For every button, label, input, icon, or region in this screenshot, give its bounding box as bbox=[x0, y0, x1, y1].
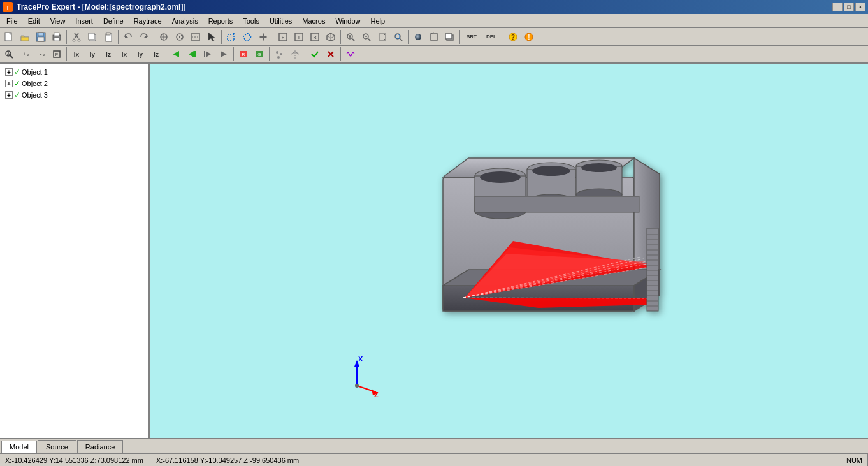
svg-text:F: F bbox=[282, 35, 285, 40]
expand-obj2[interactable]: + bbox=[5, 80, 13, 87]
tree-item-obj3[interactable]: + ✓ Object 3 bbox=[3, 89, 146, 101]
svg-text:z: z bbox=[43, 53, 45, 57]
maximize-button[interactable]: □ bbox=[844, 3, 854, 11]
zoom-fit-button[interactable] bbox=[375, 29, 390, 45]
expand-obj1[interactable]: + bbox=[5, 68, 13, 76]
svg-rect-59 bbox=[431, 34, 437, 40]
x-axis-btn[interactable]: Ix bbox=[69, 47, 84, 62]
app-icon: T bbox=[3, 2, 13, 12]
zoom-fit2-btn[interactable]: F bbox=[49, 47, 64, 62]
undo-button[interactable] bbox=[120, 29, 136, 45]
step-fwd-btn[interactable] bbox=[184, 47, 199, 62]
zoom-select-button[interactable] bbox=[391, 29, 406, 45]
reflect-btn[interactable] bbox=[287, 47, 303, 62]
tab-radiance[interactable]: Radiance bbox=[77, 440, 123, 453]
zoom-out-button[interactable] bbox=[359, 29, 374, 45]
viewport[interactable]: X Z bbox=[150, 64, 868, 438]
top-view-button[interactable]: T bbox=[291, 29, 307, 45]
menu-view[interactable]: View bbox=[45, 14, 71, 27]
svg-point-102 bbox=[480, 171, 521, 183]
svg-text:F: F bbox=[55, 52, 58, 57]
svg-point-110 bbox=[581, 163, 617, 172]
pan-tool[interactable] bbox=[256, 29, 271, 45]
svg-point-87 bbox=[276, 51, 278, 54]
menu-edit[interactable]: Edit bbox=[23, 14, 45, 27]
menu-raytrace[interactable]: Raytrace bbox=[129, 14, 167, 27]
view-tool2[interactable] bbox=[172, 29, 187, 45]
help2-button[interactable]: ! bbox=[521, 29, 537, 45]
svg-rect-79 bbox=[194, 51, 196, 57]
dpl-button[interactable]: DPL bbox=[482, 29, 501, 45]
menu-macros[interactable]: Macros bbox=[297, 14, 330, 27]
menu-define[interactable]: Define bbox=[98, 14, 129, 27]
x-neg-btn[interactable]: Ix bbox=[117, 47, 132, 62]
redo-button[interactable] bbox=[136, 29, 152, 45]
view-tool3[interactable] bbox=[188, 29, 203, 45]
window-controls[interactable]: _ □ × bbox=[832, 3, 865, 11]
front-view-button[interactable]: F bbox=[275, 29, 291, 45]
menu-help[interactable]: Help bbox=[366, 14, 391, 27]
menu-file[interactable]: File bbox=[1, 14, 23, 27]
step-back-btn[interactable] bbox=[200, 47, 215, 62]
help-button[interactable]: ? bbox=[505, 29, 521, 45]
srt-button[interactable]: SRT bbox=[462, 29, 481, 45]
z-neg-btn[interactable]: Iz bbox=[148, 47, 164, 62]
svg-rect-18 bbox=[106, 33, 110, 35]
tree-item-obj2[interactable]: + ✓ Object 2 bbox=[3, 78, 146, 89]
zoom-all-btn[interactable]: A bbox=[1, 47, 17, 62]
menu-reports[interactable]: Reports bbox=[203, 14, 238, 27]
svg-rect-122 bbox=[647, 228, 658, 311]
menu-tools[interactable]: Tools bbox=[238, 14, 264, 27]
box-select-tool[interactable] bbox=[224, 29, 239, 45]
print-button[interactable] bbox=[49, 29, 64, 45]
tab-source[interactable]: Source bbox=[38, 440, 76, 453]
y-neg-btn[interactable]: Iy bbox=[133, 47, 148, 62]
svg-marker-20 bbox=[144, 34, 147, 38]
iso-view-button[interactable] bbox=[323, 29, 338, 45]
shaded-button[interactable] bbox=[410, 29, 426, 45]
y-axis-btn[interactable]: Iy bbox=[85, 47, 100, 62]
zoom-in2-btn[interactable]: +z bbox=[17, 47, 33, 62]
ray-end-btn[interactable] bbox=[216, 47, 231, 62]
uncheck-btn[interactable] bbox=[323, 47, 338, 62]
expand-obj3[interactable]: + bbox=[5, 91, 13, 99]
svg-rect-63 bbox=[445, 34, 452, 39]
select-tool[interactable] bbox=[204, 29, 219, 45]
menu-utilities[interactable]: Utilities bbox=[264, 14, 297, 27]
cut-button[interactable] bbox=[69, 29, 84, 45]
ray-start-btn[interactable] bbox=[168, 47, 184, 62]
zoom-out2-btn[interactable]: -z bbox=[33, 47, 48, 62]
menu-window[interactable]: Window bbox=[330, 14, 365, 27]
svg-line-41 bbox=[327, 36, 331, 38]
flux-red-btn[interactable]: R bbox=[236, 47, 251, 62]
minimize-button[interactable]: _ bbox=[832, 3, 843, 11]
open-button[interactable] bbox=[17, 29, 33, 45]
hidden-button[interactable] bbox=[442, 29, 458, 45]
scatter-btn[interactable] bbox=[271, 47, 287, 62]
save-button[interactable] bbox=[33, 29, 48, 45]
wavelength-btn[interactable] bbox=[343, 47, 358, 62]
menu-insert[interactable]: Insert bbox=[70, 14, 98, 27]
check-btn[interactable] bbox=[307, 47, 322, 62]
tab-model[interactable]: Model bbox=[1, 441, 37, 453]
zoom-in-button[interactable] bbox=[343, 29, 358, 45]
new-button[interactable] bbox=[1, 29, 17, 45]
right-view-button[interactable]: R bbox=[307, 29, 322, 45]
tree-item-obj1[interactable]: + ✓ Object 1 bbox=[3, 66, 146, 78]
close-button[interactable]: × bbox=[855, 3, 865, 11]
view-tool[interactable] bbox=[156, 29, 171, 45]
svg-marker-77 bbox=[173, 51, 179, 57]
svg-line-56 bbox=[400, 39, 402, 41]
check-obj1: ✓ bbox=[14, 68, 20, 76]
copy-button[interactable] bbox=[85, 29, 100, 45]
flux-green-btn[interactable]: G bbox=[252, 47, 267, 62]
coords2: X:-67.116158 Y:-10.349257 Z:-99.650436 m… bbox=[156, 456, 299, 464]
poly-select-tool[interactable] bbox=[240, 29, 255, 45]
paste-button[interactable] bbox=[101, 29, 116, 45]
wireframe-button[interactable] bbox=[426, 29, 442, 45]
svg-text:+: + bbox=[23, 51, 26, 57]
toolbar2: A +z -z F Ix Iy Iz Ix Iy Iz R G bbox=[0, 46, 868, 64]
menu-analysis[interactable]: Analysis bbox=[167, 14, 203, 27]
svg-point-106 bbox=[532, 166, 570, 176]
z-axis-btn[interactable]: Iz bbox=[101, 47, 116, 62]
